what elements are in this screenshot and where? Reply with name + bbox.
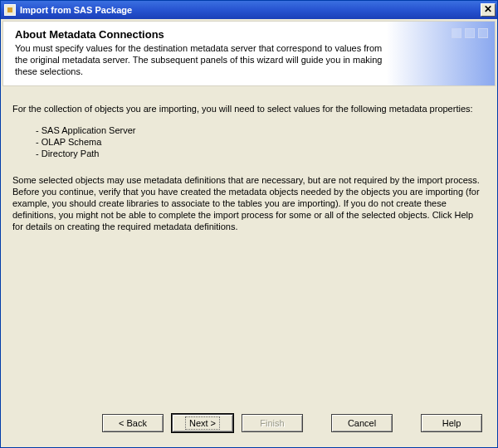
decoration-box [465,28,475,38]
finish-button: Finish [242,414,303,432]
app-icon [4,4,16,16]
list-item: OLAP Schema [36,136,486,148]
next-button[interactable]: Next > [172,414,233,432]
decoration-box [452,28,461,38]
list-item: Directory Path [36,148,486,159]
dialog-window: Import from SAS Package ✕ About Metadata… [0,0,498,448]
decoration-box [478,28,488,38]
back-button[interactable]: < Back [102,414,164,432]
help-button[interactable]: Help [421,414,482,432]
page-subtitle: You must specify values for the destinat… [15,42,397,77]
list-item: SAS Application Server [36,124,486,136]
property-list: SAS Application Server OLAP Schema Direc… [36,124,486,159]
cancel-button[interactable]: Cancel [331,414,393,432]
titlebar: Import from SAS Package ✕ [1,1,497,19]
close-button[interactable]: ✕ [481,3,496,17]
wizard-header: About Metadata Connections You must spec… [2,21,496,86]
header-decoration [452,28,488,38]
page-title: About Metadata Connections [15,28,483,41]
window-title: Import from SAS Package [20,5,481,15]
info-paragraph: Some selected objects may use metadata d… [12,174,486,232]
button-bar: < Back Next > Finish Cancel Help [1,409,497,447]
intro-text: For the collection of objects you are im… [12,103,486,114]
wizard-content: For the collection of objects you are im… [1,88,497,409]
